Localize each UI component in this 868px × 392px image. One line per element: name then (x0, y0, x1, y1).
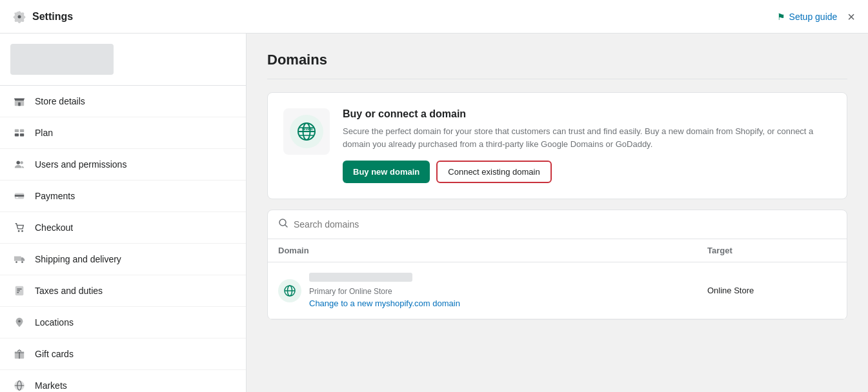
col-header-target: Target (707, 246, 836, 255)
svg-point-6 (17, 161, 20, 164)
svg-rect-4 (15, 133, 19, 137)
gift-icon (13, 348, 26, 360)
table-header: Domain Target (268, 239, 847, 262)
flag-icon: ⚑ (777, 12, 785, 22)
users-icon (13, 158, 26, 171)
domain-promo-section: WWW Buy or connect a domain Secure the p… (268, 93, 847, 199)
main-layout: Store details Plan Users and permissions… (0, 34, 868, 392)
sidebar-label-markets: Markets (35, 380, 67, 391)
sidebar-item-checkout[interactable]: Checkout (0, 212, 246, 244)
domain-name-blurred (309, 273, 412, 282)
promo-title: Buy or connect a domain (343, 108, 831, 120)
page-divider (267, 79, 847, 79)
topbar-right: ⚑ Setup guide × (777, 10, 855, 23)
domain-info: Primary for Online Store Change to a new… (309, 273, 460, 308)
promo-actions: Buy new domain Connect existing domain (343, 161, 831, 183)
sidebar-item-markets[interactable]: Markets (0, 370, 246, 392)
store-logo (10, 44, 114, 75)
sidebar-label-store-details: Store details (35, 96, 85, 106)
topbar-title: Settings (32, 11, 73, 23)
domain-target: Online Store (707, 286, 836, 295)
domain-primary-label: Primary for Online Store (309, 287, 392, 296)
sidebar-item-payments[interactable]: Payments (0, 181, 246, 212)
www-icon: WWW (290, 115, 323, 148)
locations-icon (13, 316, 26, 329)
search-bar (268, 210, 847, 239)
svg-rect-2 (15, 130, 19, 133)
search-icon (278, 218, 288, 231)
sidebar-label-plan: Plan (35, 128, 53, 138)
topbar: Settings ⚑ Setup guide × (0, 0, 868, 34)
svg-point-13 (15, 261, 17, 263)
sidebar-item-locations[interactable]: Locations (0, 307, 246, 338)
svg-rect-5 (20, 133, 24, 137)
svg-rect-1 (18, 103, 21, 106)
svg-text:WWW: WWW (302, 127, 313, 131)
change-domain-link[interactable]: Change to a new myshopify.com domain (309, 299, 460, 308)
sidebar-label-checkout: Checkout (35, 222, 73, 233)
domain-promo-content: Buy or connect a domain Secure the perfe… (343, 108, 831, 183)
domain-icon-wrap: WWW (283, 108, 330, 155)
sidebar-item-users-permissions[interactable]: Users and permissions (0, 149, 246, 181)
svg-point-19 (18, 320, 21, 322)
sidebar-label-payments: Payments (35, 191, 75, 201)
table-row: Primary for Online Store Change to a new… (268, 262, 847, 319)
promo-description: Secure the perfect domain for your store… (343, 125, 831, 150)
close-button[interactable]: × (847, 10, 855, 23)
sidebar-item-store-details[interactable]: Store details (0, 86, 246, 117)
payments-icon (13, 190, 26, 202)
domain-globe-icon (278, 279, 301, 302)
svg-rect-3 (20, 130, 24, 133)
svg-rect-10 (16, 197, 19, 198)
setup-guide-button[interactable]: ⚑ Setup guide (777, 12, 838, 22)
domains-card: Domain Target Primary for Online Store (267, 210, 847, 320)
svg-rect-9 (15, 195, 24, 197)
sidebar-item-shipping[interactable]: Shipping and delivery (0, 244, 246, 275)
svg-line-32 (285, 225, 287, 227)
sidebar-item-taxes[interactable]: Taxes and duties (0, 275, 246, 307)
sidebar-label-taxes: Taxes and duties (35, 286, 103, 296)
settings-icon (13, 10, 26, 23)
buy-domain-button[interactable]: Buy new domain (343, 161, 430, 183)
plan-icon (13, 126, 26, 139)
sidebar-label-shipping: Shipping and delivery (35, 254, 121, 264)
sidebar-label-users: Users and permissions (35, 159, 126, 170)
shipping-icon (13, 253, 26, 266)
svg-point-14 (21, 261, 23, 263)
svg-point-11 (18, 230, 20, 232)
svg-point-12 (21, 230, 23, 232)
search-input[interactable] (294, 219, 836, 230)
checkout-icon (13, 221, 26, 234)
svg-point-7 (20, 161, 23, 164)
topbar-left: Settings (13, 10, 73, 23)
sidebar-label-gift-cards: Gift cards (35, 349, 74, 359)
page-title: Domains (267, 52, 847, 68)
sidebar: Store details Plan Users and permissions… (0, 34, 247, 392)
connect-domain-button[interactable]: Connect existing domain (436, 161, 551, 183)
sidebar-logo-area (0, 34, 246, 85)
col-header-domain: Domain (278, 246, 707, 255)
domain-row-left: Primary for Online Store Change to a new… (278, 273, 707, 308)
taxes-icon (13, 284, 26, 297)
sidebar-label-locations: Locations (35, 317, 74, 328)
main-content: Domains WWW (247, 34, 868, 392)
markets-icon (13, 379, 26, 392)
sidebar-item-gift-cards[interactable]: Gift cards (0, 338, 246, 370)
promo-card: WWW Buy or connect a domain Secure the p… (267, 92, 847, 199)
sidebar-item-plan[interactable]: Plan (0, 117, 246, 149)
store-icon (13, 95, 26, 108)
